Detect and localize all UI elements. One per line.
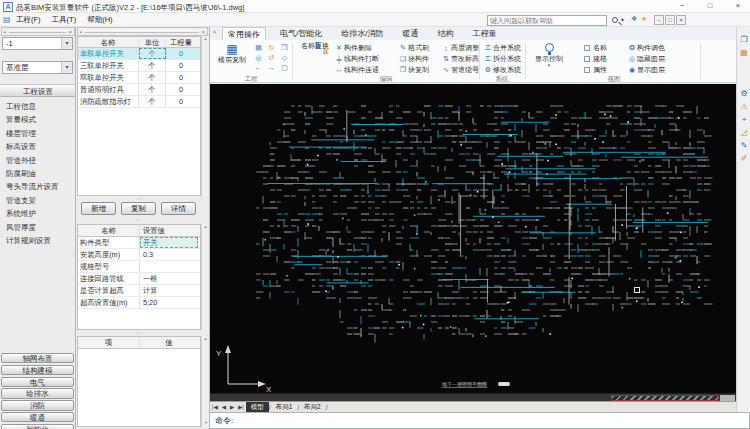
panel-close-icon[interactable]: × [202,28,205,36]
doc-minimize-button[interactable]: − [654,15,664,25]
component-table-scrollbar[interactable]: ▲ [201,36,209,196]
copy-window-icon[interactable]: ❐ [278,43,291,53]
nav-fire[interactable]: 消防 [1,400,74,410]
tab-quantities[interactable]: 工程量 [467,27,501,40]
refresh-icon[interactable]: ↻ [265,43,278,53]
layer-select[interactable]: 基准层 ▾ [2,61,73,74]
property-table-scrollbar[interactable]: ▲ [201,224,209,330]
floor-copy-button[interactable]: ▦ 楼层复制 [213,42,251,74]
brush-icon[interactable]: ✐ [737,152,750,165]
undo-icon[interactable]: ← [252,63,265,73]
measure-icon[interactable]: ◿ [737,126,750,139]
delete-component-button[interactable]: ✕构件删除 [334,43,379,54]
display-control-button[interactable]: 显示控制 ▾ [530,42,568,74]
panel-close-icon[interactable]: × [211,28,218,36]
doc-close-button[interactable]: × [676,15,686,25]
add-button[interactable]: 新增 [81,202,116,215]
pipe-bend-button[interactable]: ∿管道绕弯 [441,64,479,75]
component-row[interactable]: 消防疏散指示灯个0 [78,96,200,108]
help-search-input[interactable] [487,15,607,26]
save-icon[interactable]: ▤ [252,43,265,53]
settings-item-pipe-support[interactable]: 管道支架 [0,194,76,207]
scroll-down-icon[interactable]: ▼ [204,420,208,426]
command-line[interactable]: 命令: [209,412,750,429]
menu-tools[interactable]: 工具(T) [52,15,77,25]
tab-model[interactable]: 模型 [246,402,269,412]
move-icon[interactable]: + [737,113,750,126]
nav-intelligent[interactable]: 智能化 [1,424,74,429]
rename-button[interactable]: b ↘ a 名称更换 [296,42,334,74]
connect-line-button[interactable]: ↔线构件连通 [334,64,379,75]
col-prop-value[interactable]: 设置值 [140,225,198,236]
property-row[interactable]: 规格型号 [78,261,200,273]
settings-item-elbow-vane[interactable]: 弯头导流片设置 [0,180,76,193]
col-item[interactable]: 项 [78,337,140,348]
minimize-button[interactable]: − [672,0,692,13]
detail-button[interactable]: 详情 [161,202,196,215]
settings-item-duct-thickness[interactable]: 风管厚度 [0,221,76,234]
property-row[interactable]: 连接回路管线一根 [78,273,200,285]
format-painter-button[interactable]: ✎格式刷 [398,43,429,54]
settings-item-quantity-mode[interactable]: 算量模式 [0,113,76,126]
splitter[interactable]: ⋯ [77,197,201,201]
hide-layer-button[interactable]: ◎隐藏图层 [627,54,665,65]
nav-plumbing[interactable]: 给排水 [1,388,74,398]
search-icon[interactable] [612,17,618,23]
settings-item-calc-rules[interactable]: 计算规则设置 [0,234,76,247]
favorites-star-icon[interactable]: ★ [641,15,647,23]
pen-icon[interactable]: ✎ [737,139,750,152]
tab-prev-icon[interactable]: ◀ [220,404,228,410]
elevation-edit-button[interactable]: ⇅查改标高 [441,54,479,65]
tab-last-icon[interactable]: ▶| [236,404,246,410]
checkbox-spec[interactable]: 规格 [584,54,607,65]
gear-icon[interactable]: ⚙ [737,87,750,100]
height-adjust-button[interactable]: ↕高度调整 [441,43,479,54]
property-row[interactable]: 超高设置值(m)5;20 [78,297,200,309]
cad-canvas[interactable]: Y X 地下一层照明平面图 [210,84,736,393]
close-button[interactable]: × [728,0,748,13]
tab-hvac[interactable]: 暖通 [397,27,423,40]
checkbox-attr[interactable]: 属性 [584,64,607,75]
doc-restore-button[interactable]: □ [665,15,675,25]
warning-icon[interactable]: ⚠ [737,100,750,113]
scroll-up-icon[interactable]: ▲ [202,336,209,342]
col-name[interactable]: 名称 [78,37,139,47]
checkbox-name[interactable]: 名称 [584,43,607,54]
settings-item-elevation[interactable]: 标高设置 [0,140,76,153]
component-row[interactable]: 单联单控开关个0 [78,48,200,60]
merge-system-button[interactable]: 工合并系统 [483,43,521,54]
tab-layout2[interactable]: 布局2 [299,402,326,412]
splitter[interactable]: ⋯ [77,218,201,222]
settings-item-anticorrosion[interactable]: 防腐刷油 [0,167,76,180]
search-caret-icon[interactable]: ▾ [621,16,624,23]
settings-item-project-info[interactable]: 工程信息 [0,100,76,113]
tab-electrical[interactable]: 电气/智能化 [275,27,327,40]
panel-divider[interactable] [75,27,76,429]
col-prop-name[interactable]: 名称 [78,225,140,236]
chevron-down-icon[interactable]: ▾ [61,62,72,73]
diamond-icon[interactable]: ◇ [278,53,291,63]
mid-panel-header[interactable]: ▪ × [77,27,208,36]
nav-hvac[interactable]: 暖通 [1,412,74,422]
tab-next-icon[interactable]: ▶ [228,404,236,410]
break-line-button[interactable]: ╪线构件打断 [334,54,379,65]
component-row[interactable]: 双联单控开关个0 [78,72,200,84]
tab-common-ops[interactable]: 常用操作 [222,27,266,40]
scroll-up-icon[interactable]: ▲ [202,36,209,42]
rect-select-icon[interactable]: ▢ [278,63,291,73]
settings-item-floor-manage[interactable]: 楼层管理 [0,127,76,140]
panel-window-icon[interactable]: ❐ [737,33,750,46]
menu-project[interactable]: 工程(F) [16,15,41,25]
canvas-hscrollbar[interactable] [210,393,736,401]
property-row[interactable]: 构件类型开关 [78,237,200,249]
nav-axis-grid[interactable]: 轴网布置 [1,353,74,363]
show-layer-button[interactable]: ◉显示图层 [627,64,665,75]
menu-help[interactable]: 帮助(H) [87,15,112,25]
nav-electrical[interactable]: 电气 [1,377,74,387]
item-value-scrollbar[interactable]: ▲ ▼ [201,336,209,427]
tab-structure[interactable]: 结构 [432,27,458,40]
sync-icon[interactable]: ↺ [265,53,278,63]
left-panel-header[interactable]: ▪ × [1,27,75,36]
pin-icon[interactable]: ❖ [631,15,637,23]
block-component-button[interactable]: ❏块构件 [398,54,429,65]
